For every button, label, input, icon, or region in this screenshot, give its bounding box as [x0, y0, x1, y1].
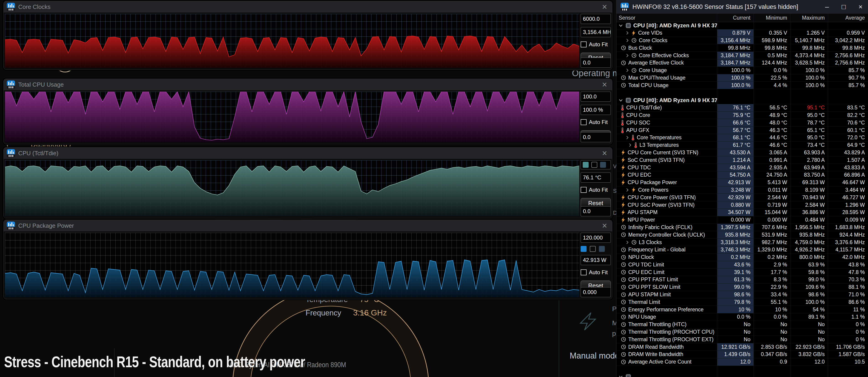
sensor-row[interactable]: Core Clocks3,156.4 MHz598.9 MHz5,140.7 M… — [616, 37, 868, 44]
auto-fit-checkbox[interactable] — [581, 41, 587, 48]
sensor-value: 0.347 GB/s — [753, 351, 790, 358]
sensor-value: 2.9 % — [753, 261, 790, 269]
sensor-row[interactable]: APU GFX56.7 °C46.3 °C65.1 °C60.1 °C — [616, 126, 868, 134]
bolt-icon — [621, 180, 626, 186]
sensor-row[interactable]: CPU TDC43.594 A2.935 A63.949 A43.833 A — [616, 164, 868, 171]
sensor-row[interactable]: Thermal Throttling (PROCHOT CPU)NoNoNo0 … — [616, 328, 868, 336]
sensor-label: Energy Performance Preference — [628, 307, 704, 313]
graph-window-titlebar[interactable]: CPU (Tctl/Tdie) × — [4, 148, 612, 159]
sensor-row[interactable]: CPU (Tctl/Tdie)76.1 °C56.5 °C95.1 °C83.5… — [616, 104, 868, 112]
sensor-row[interactable]: CPU PPT FAST Limit61.3 %8.3 %99.0 %70.3 … — [616, 276, 868, 284]
sensor-value: 65.1 °C — [790, 126, 828, 134]
chevron-right-icon — [625, 241, 629, 244]
manual-mode-label[interactable]: Manual mode — [570, 351, 619, 360]
sensor-row[interactable]: NPU Usage0.0 %0.0 %89.1 %1.1 % — [616, 313, 868, 321]
close-icon[interactable]: × — [602, 2, 607, 12]
sensor-row[interactable]: Thermal Limit79.8 %55.1 %100.0 %86.6 % — [616, 299, 868, 306]
graph-window-titlebar[interactable]: Core Clocks × — [4, 1, 612, 12]
sensor-row[interactable]: Core Temperatures68.1 °C44.6 °C95.0 °C72… — [616, 134, 868, 142]
auto-fit-checkbox[interactable] — [581, 187, 587, 193]
sensor-row[interactable]: DRAM Read Bandwidth12.921 GB/s2.853 GB/s… — [616, 343, 868, 351]
sensor-value: 90.7 % — [828, 74, 868, 82]
sensor-row[interactable]: L3 Clocks3,318.3 MHz982.7 MHz4,759.0 MHz… — [616, 239, 868, 246]
series-color-swatch[interactable] — [583, 162, 589, 168]
sensor-row[interactable]: Frequency Limit - Global3,746.3 MHz1,329… — [616, 246, 868, 254]
series-color-swatch[interactable] — [581, 246, 587, 252]
minimize-button[interactable]: – — [825, 3, 829, 11]
sensor-row[interactable]: Thermal Throttling (PROCHOT EXT)NoNoNo0 … — [616, 336, 868, 343]
sensor-row[interactable]: Core Effective Clocks3,184.7 MHz0.5 MHz4… — [616, 52, 868, 59]
sensor-section-header[interactable] — [616, 373, 868, 377]
sensor-value: 15.044 W — [753, 209, 790, 216]
auto-fit-toggle[interactable]: Auto Fit — [581, 187, 611, 193]
graph-window-titlebar[interactable]: CPU Package Power × — [4, 220, 612, 231]
hwinfo-titlebar[interactable]: HWiNFO® 32 v8.16-5600 Sensor Status [157… — [616, 0, 868, 14]
sensor-label: CPU PPT SLOW Limit — [628, 284, 680, 290]
sensor-value: 0.0 % — [753, 67, 790, 74]
series-color-swatch[interactable] — [600, 162, 606, 168]
sensor-column-headers[interactable]: SensorCurrentMinimumMaximumAverage — [616, 14, 868, 22]
auto-fit-checkbox[interactable] — [581, 270, 587, 275]
sensor-value: 63.949 A — [790, 164, 828, 171]
chevron-right-icon — [625, 68, 629, 72]
sensor-row[interactable]: CPU EDC54.750 A24.750 A83.750 A66.896 A — [616, 171, 868, 179]
sensor-section-header[interactable]: CPU [#0]: AMD Ryzen AI 9 HX 370 — [616, 22, 868, 29]
sensor-row[interactable]: SoC Current (SVI3 TFN)1.214 A0.991 A2.78… — [616, 156, 868, 164]
sensor-value: 48.0 °C — [753, 119, 790, 126]
sensor-table[interactable]: CPU [#0]: AMD Ryzen AI 9 HX 370 Core VID… — [616, 22, 868, 377]
sensor-row[interactable]: Infinity Fabric Clock (FCLK)1,397.5 MHz7… — [616, 224, 868, 231]
sensor-row[interactable]: CPU SoC Power (SVI3 TFN)0.880 W0.719 W2.… — [616, 201, 868, 209]
column-header-current[interactable]: Current — [717, 14, 754, 22]
sensor-row[interactable]: Core Powers3.248 W0.011 W8.109 W3.464 W — [616, 186, 868, 194]
sensor-row[interactable]: NPU Clock0.2 MHz0.2 MHz800.0 MHz42.0 MHz — [616, 254, 868, 261]
sensor-row[interactable]: NPU Power0.000 W0.000 W0.484 W0.009 W — [616, 216, 868, 224]
sensor-row[interactable]: CPU SOC66.6 °C48.0 °C78.7 °C70.6 °C — [616, 119, 868, 126]
sensor-row[interactable]: CPU Core Power (SVI3 TFN)42.929 W2.544 W… — [616, 194, 868, 201]
sensor-row[interactable]: CPU Package Power42.913 W5.413 W69.313 W… — [616, 179, 868, 186]
auto-fit-toggle[interactable]: Auto Fit — [581, 41, 611, 48]
bolt-icon — [631, 187, 636, 193]
column-header-sensor[interactable]: Sensor — [616, 14, 717, 22]
clock-icon — [621, 359, 626, 365]
maximize-button[interactable]: □ — [841, 3, 846, 11]
sensor-row[interactable]: L3 Temperatures61.7 °C46.6 °C73.4 °C64.9… — [616, 142, 868, 149]
sensor-row[interactable]: CPU PPT SLOW Limit99.0 %22.9 %109.6 %88.… — [616, 284, 868, 291]
sensor-value: 0.011 W — [753, 186, 790, 194]
sensor-section-header[interactable]: CPU [#0]: AMD Ryzen AI 9 HX 370: Enhance… — [616, 97, 868, 104]
auto-fit-checkbox[interactable] — [581, 119, 587, 125]
sensor-row[interactable]: Average Active Core Count12.00.912.010.5 — [616, 358, 868, 366]
sensor-row[interactable]: Bus Clock99.8 MHz99.8 MHz99.8 MHz99.8 MH… — [616, 44, 868, 52]
series-color-swatch[interactable] — [599, 246, 605, 252]
column-header-average[interactable]: Average — [828, 14, 868, 22]
sensor-row[interactable]: Total CPU Usage100.0 %4.4 %100.0 %85.7 % — [616, 82, 868, 89]
column-header-minimum[interactable]: Minimum — [753, 14, 790, 22]
sensor-value: 707.6 MHz — [753, 224, 790, 231]
sensor-row[interactable]: Memory Controller Clock (UCLK)935.8 MHz5… — [616, 231, 868, 239]
sensor-value: 3,628.5 MHz — [790, 59, 828, 67]
auto-fit-toggle[interactable]: Auto Fit — [581, 269, 611, 276]
sensor-row[interactable]: CPU TDC Limit43.6 %2.9 %63.9 %43.8 % — [616, 261, 868, 269]
sensor-row[interactable]: Energy Performance Preference10 %10 %54 … — [616, 306, 868, 313]
column-header-maximum[interactable]: Maximum — [790, 14, 828, 22]
sensor-value: 800.0 MHz — [790, 254, 828, 261]
close-icon[interactable]: × — [602, 148, 607, 158]
sensor-value: 1.265 V — [790, 29, 828, 37]
sensor-row[interactable]: Thermal Throttling (HTC)NoNoNo0 % — [616, 321, 868, 328]
sensor-row[interactable]: APU STAPM34.507 W15.044 W36.886 W28.595 … — [616, 209, 868, 216]
sensor-row[interactable]: APU STAPM Limit98.6 %33.4 %98.6 %71.0 % — [616, 291, 868, 299]
sensor-row[interactable]: Core Usage100.0 %0.0 %100.0 %85.7 % — [616, 67, 868, 74]
close-icon[interactable]: × — [602, 79, 607, 90]
graph-window-titlebar[interactable]: Total CPU Usage × — [4, 79, 612, 90]
series-checkbox[interactable] — [591, 162, 597, 168]
close-icon[interactable]: × — [602, 220, 607, 231]
sensor-row[interactable]: Max CPU/Thread Usage100.0 %22.5 %100.0 %… — [616, 74, 868, 82]
sensor-row[interactable]: Average Effective Clock3,184.7 MHz124.4 … — [616, 59, 868, 67]
auto-fit-toggle[interactable]: Auto Fit — [581, 119, 611, 125]
sensor-row[interactable]: Core VIDs0.879 V0.355 V1.265 V0.959 V — [616, 29, 868, 37]
sensor-row[interactable]: CPU EDC Limit39.1 %17.7 %59.8 %47.8 % — [616, 269, 868, 276]
sensor-row[interactable]: CPU Core75.9 °C48.9 °C95.0 °C82.2 °C — [616, 112, 868, 119]
close-button[interactable]: × — [859, 3, 863, 11]
sensor-row[interactable]: CPU Core Current (SVI3 TFN)43.530 A3.065… — [616, 149, 868, 157]
series-checkbox[interactable] — [590, 246, 596, 252]
sensor-row[interactable]: DRAM Write Bandwidth1.439 GB/s0.347 GB/s… — [616, 351, 868, 358]
